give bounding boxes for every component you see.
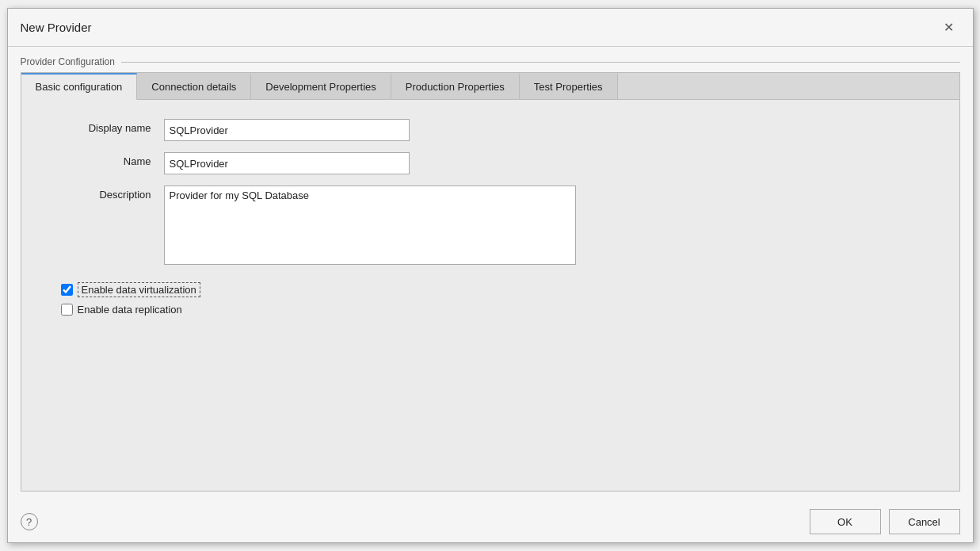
tab-connection-details[interactable]: Connection details bbox=[137, 73, 251, 99]
replication-label[interactable]: Enable data replication bbox=[78, 304, 182, 316]
replication-checkbox[interactable] bbox=[61, 304, 73, 316]
ok-button[interactable]: OK bbox=[810, 509, 881, 534]
tab-development-properties[interactable]: Development Properties bbox=[251, 73, 391, 99]
tab-content-basic: Display name Name Description bbox=[21, 100, 959, 491]
display-name-label: Display name bbox=[45, 119, 164, 134]
dialog-title: New Provider bbox=[21, 21, 92, 34]
display-name-row: Display name bbox=[45, 119, 936, 141]
section-legend-text: Provider Configuration bbox=[21, 56, 115, 67]
new-provider-dialog: New Provider ✕ Provider Configuration Ba… bbox=[7, 8, 974, 543]
name-input[interactable] bbox=[164, 152, 410, 174]
description-row: Description bbox=[45, 186, 936, 265]
dialog-body: Provider Configuration Basic configurati… bbox=[8, 47, 973, 501]
cancel-button[interactable]: Cancel bbox=[889, 509, 960, 534]
tab-panel: Basic configuration Connection details D… bbox=[21, 72, 960, 492]
name-label: Name bbox=[45, 152, 164, 167]
close-button[interactable]: ✕ bbox=[938, 17, 960, 39]
checkboxes-section: Enable data virtualization Enable data r… bbox=[45, 282, 936, 316]
tab-test-properties[interactable]: Test Properties bbox=[520, 73, 618, 99]
description-textarea[interactable] bbox=[164, 186, 576, 265]
help-button[interactable]: ? bbox=[21, 513, 38, 530]
section-legend: Provider Configuration bbox=[21, 56, 960, 67]
tabs-bar: Basic configuration Connection details D… bbox=[21, 73, 959, 100]
dialog-footer: ? OK Cancel bbox=[8, 501, 973, 542]
title-bar: New Provider ✕ bbox=[8, 9, 973, 47]
name-row: Name bbox=[45, 152, 936, 174]
replication-row: Enable data replication bbox=[61, 304, 936, 316]
tab-production-properties[interactable]: Production Properties bbox=[391, 73, 520, 99]
tab-basic-configuration[interactable]: Basic configuration bbox=[21, 73, 138, 100]
description-label: Description bbox=[45, 186, 164, 201]
virtualization-checkbox[interactable] bbox=[61, 284, 73, 296]
display-name-input[interactable] bbox=[164, 119, 410, 141]
virtualization-label[interactable]: Enable data virtualization bbox=[78, 282, 200, 297]
virtualization-row: Enable data virtualization bbox=[61, 282, 936, 297]
